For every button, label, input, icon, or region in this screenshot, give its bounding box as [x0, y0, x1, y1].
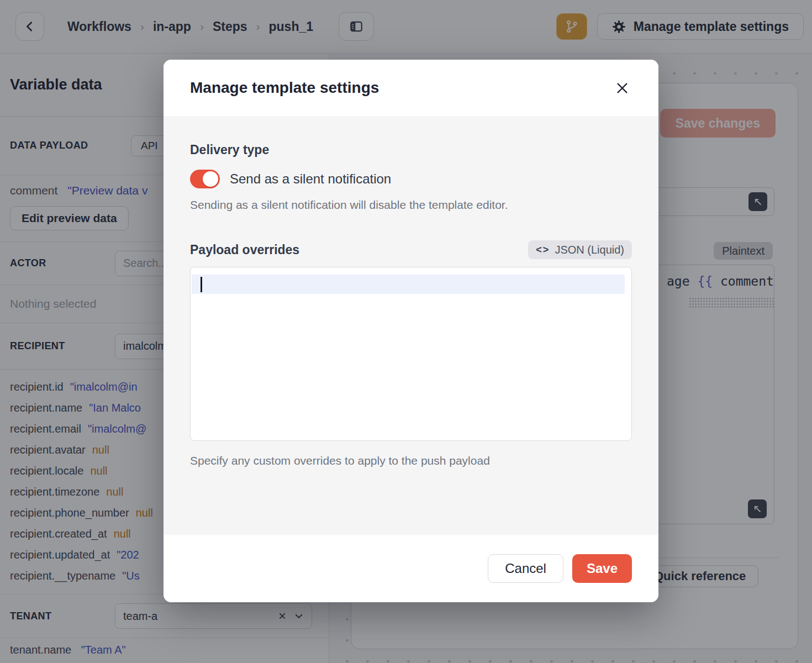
modal-body: Delivery type Send as a silent notificat… — [164, 116, 658, 535]
payload-overrides-label: Payload overrides — [190, 243, 299, 257]
language-badge: <> JSON (Liquid) — [528, 240, 632, 259]
save-button[interactable]: Save — [572, 554, 632, 583]
modal-header: Manage template settings — [164, 60, 658, 116]
delivery-type-label: Delivery type — [190, 143, 632, 157]
close-icon[interactable] — [612, 78, 632, 98]
payload-overrides-editor[interactable] — [190, 267, 632, 441]
code-brackets-icon: <> — [536, 244, 550, 256]
language-badge-label: JSON (Liquid) — [555, 244, 624, 256]
silent-notification-toggle[interactable] — [190, 170, 220, 188]
toggle-knob — [203, 171, 218, 187]
manage-template-settings-modal: Manage template settings Delivery type S… — [164, 60, 658, 602]
modal-title: Manage template settings — [190, 79, 379, 97]
app-window: Workflows › in-app › Steps › push_1 — [0, 0, 812, 663]
cancel-button[interactable]: Cancel — [488, 554, 563, 583]
payload-helper-text: Specify any custom overrides to apply to… — [190, 454, 632, 467]
modal-footer: Cancel Save — [164, 535, 658, 602]
silent-notification-toggle-label: Send as a silent notification — [230, 171, 391, 187]
editor-caret — [201, 277, 202, 292]
editor-active-line — [192, 275, 625, 294]
delivery-helper-text: Sending as a silent notification will di… — [190, 198, 632, 212]
